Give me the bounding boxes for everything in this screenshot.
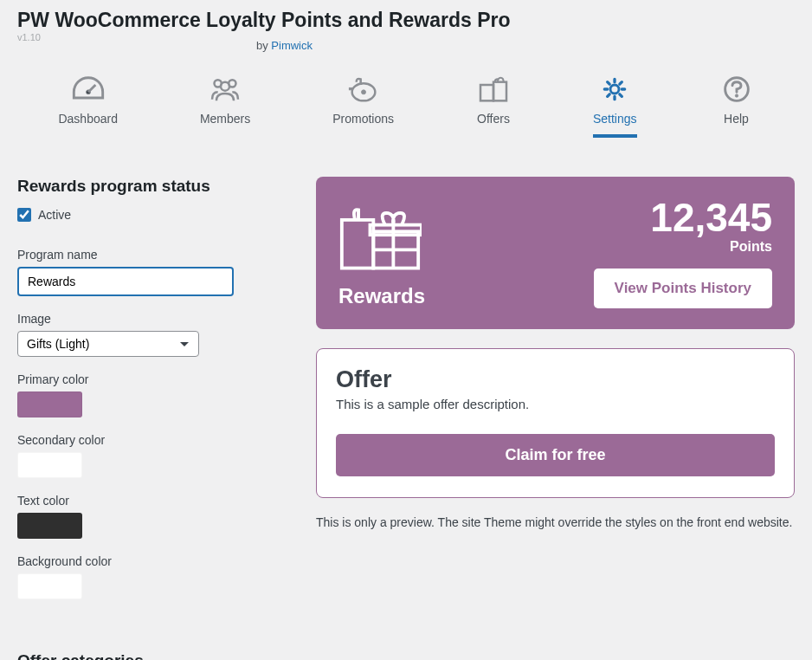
help-icon [719,74,754,105]
tab-offers[interactable]: Offers [476,74,511,138]
author-link[interactable]: Pimwick [271,39,313,52]
primary-color-swatch[interactable] [17,391,82,417]
page-title: PW WooCommerce Loyalty Points and Reward… [17,9,795,32]
tab-dashboard[interactable]: Dashboard [58,74,118,138]
tab-label: Dashboard [58,112,118,126]
program-name-label: Program name [17,248,290,262]
svg-rect-7 [349,87,351,90]
text-color-swatch[interactable] [17,513,82,539]
preview-card-title: Rewards [338,284,425,308]
offers-icon [476,74,511,105]
svg-line-1 [88,85,95,92]
active-label: Active [38,208,71,222]
dashboard-icon [71,74,106,105]
byline: by Pimwick [17,39,551,52]
tab-bar: Dashboard Members Promotions Offers Sett… [17,74,795,138]
tab-members[interactable]: Members [200,74,250,138]
offer-categories-title: Offer categories [17,651,290,660]
text-color-label: Text color [17,494,290,508]
image-label: Image [17,312,290,326]
program-name-input[interactable] [17,267,234,296]
offer-description: This is a sample offer description. [336,397,775,411]
tab-settings[interactable]: Settings [593,74,637,138]
background-color-label: Background color [17,554,290,568]
tab-help[interactable]: Help [719,74,754,138]
gift-icon [338,204,422,272]
points-value: 12,345 [650,197,772,237]
tab-label: Members [200,112,250,126]
offer-preview-card: Offer This is a sample offer description… [316,348,795,498]
tab-label: Offers [477,112,510,126]
rewards-preview-card: Rewards 12,345 Points View Points Histor… [316,177,795,329]
secondary-color-swatch[interactable] [17,452,82,478]
preview-note: This is only a preview. The site Theme m… [316,515,795,529]
svg-point-6 [361,90,365,94]
svg-rect-9 [493,82,506,101]
svg-point-10 [610,85,619,94]
members-icon [208,74,242,105]
tab-label: Help [724,112,749,126]
tab-label: Promotions [332,112,394,126]
secondary-color-label: Secondary color [17,433,290,447]
svg-point-12 [735,94,738,97]
points-label: Points [650,239,772,255]
promotions-icon [346,74,381,105]
primary-color-label: Primary color [17,372,290,386]
tab-label: Settings [593,112,637,126]
image-select[interactable]: Gifts (Light) [17,331,199,357]
settings-icon [597,74,632,105]
background-color-swatch[interactable] [17,573,82,599]
page-header: PW WooCommerce Loyalty Points and Reward… [17,9,795,52]
svg-point-4 [221,82,229,91]
offer-title: Offer [336,366,775,393]
active-checkbox[interactable] [17,208,31,222]
tab-promotions[interactable]: Promotions [332,74,394,138]
status-section-title: Rewards program status [17,177,290,196]
claim-button[interactable]: Claim for free [336,434,775,476]
svg-rect-8 [480,85,493,100]
view-history-button[interactable]: View Points History [594,269,772,308]
